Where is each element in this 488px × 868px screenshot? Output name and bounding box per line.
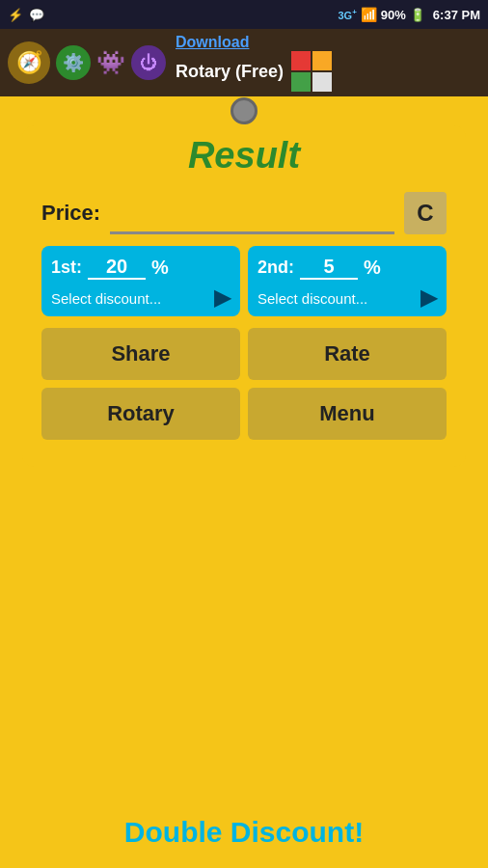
- compass-icon[interactable]: 🧭: [8, 41, 50, 84]
- tag-hole: [230, 97, 258, 124]
- usb-icon: ⚡: [8, 8, 23, 22]
- first-discount-select-label[interactable]: Select discount...: [51, 290, 161, 307]
- second-discount-arrow-icon[interactable]: ▶: [420, 285, 437, 311]
- tag-notch: [0, 96, 488, 125]
- second-discount-label: 2nd:: [258, 258, 294, 278]
- settings-icon[interactable]: ⚙️: [56, 45, 91, 80]
- price-input[interactable]: [110, 192, 394, 234]
- second-discount-percent: %: [364, 257, 381, 279]
- discount-row: 1st: % Select discount... ▶ 2nd: % Selec…: [41, 246, 447, 316]
- second-discount-panel: 2nd: % Select discount... ▶: [248, 246, 447, 316]
- menu-button[interactable]: Menu: [248, 388, 447, 440]
- share-rate-row: Share Rate: [41, 328, 447, 380]
- tag-shape: Result Price: C 1st: % Select discount..…: [22, 125, 466, 467]
- price-label: Price:: [41, 201, 100, 226]
- share-button[interactable]: Share: [41, 328, 240, 380]
- rotary-button[interactable]: Rotary: [41, 388, 240, 440]
- first-discount-input[interactable]: [88, 256, 146, 280]
- app-title: Rotary (Free): [176, 62, 284, 82]
- download-link[interactable]: Download: [176, 34, 249, 51]
- first-discount-arrow-icon[interactable]: ▶: [214, 285, 230, 311]
- battery-level: 90%: [381, 8, 406, 22]
- battery-icon: 🔋: [410, 8, 425, 22]
- rotary-menu-row: Rotary Menu: [41, 388, 447, 440]
- signal-indicator: 3G+: [338, 8, 356, 21]
- rate-button[interactable]: Rate: [248, 328, 447, 380]
- result-title: Result: [188, 135, 300, 176]
- price-row: Price: C: [41, 192, 447, 234]
- second-discount-select-label[interactable]: Select discount...: [258, 290, 367, 307]
- second-discount-input[interactable]: [300, 256, 358, 280]
- main-content: Result Price: C 1st: % Select discount..…: [0, 96, 488, 868]
- chat-icon: 💬: [29, 8, 44, 22]
- first-discount-label: 1st:: [51, 258, 82, 278]
- first-discount-panel: 1st: % Select discount... ▶: [41, 246, 240, 316]
- color-squares: [291, 51, 332, 92]
- clock: 6:37 PM: [433, 8, 480, 22]
- double-discount-label: Double Discount!: [124, 816, 364, 848]
- status-bar: ⚡ 💬 3G+ 📶 90% 🔋 6:37 PM: [0, 0, 488, 29]
- signal-bars: 📶: [361, 7, 377, 22]
- first-discount-percent: %: [151, 257, 169, 279]
- ghost-icon: 👾: [96, 49, 125, 76]
- power-icon[interactable]: ⏻: [131, 45, 166, 80]
- clear-button[interactable]: C: [404, 192, 447, 234]
- bottom-footer: Double Discount!: [0, 816, 488, 849]
- app-bar: 🧭 ⚙️ 👾 ⏻ Download Rotary (Free): [0, 29, 488, 96]
